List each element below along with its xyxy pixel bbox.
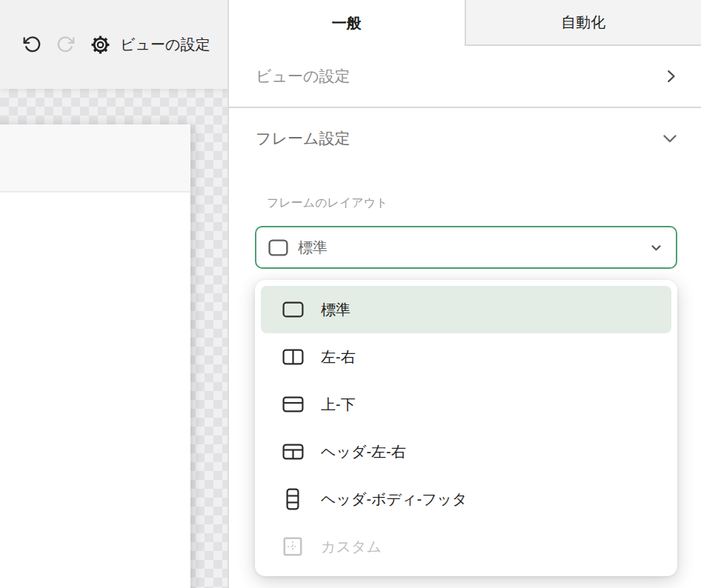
menu-item-header-left-right[interactable]: ヘッダ-左-右 — [261, 428, 671, 475]
layout-standard-icon — [268, 239, 288, 256]
canvas-toolbar: ビューの設定 — [0, 0, 227, 89]
menu-item-header-body-footer[interactable]: ヘッダ-ボディ-フッタ — [261, 475, 671, 523]
layout-top-bottom-icon — [281, 395, 305, 414]
view-settings-toolbar-label: ビューの設定 — [120, 35, 210, 55]
menu-item-label: カスタム — [321, 537, 382, 557]
tab-general[interactable]: 一般 — [229, 0, 465, 46]
frame-layout-select[interactable]: 標準 — [255, 226, 677, 269]
view-settings-button[interactable] — [90, 35, 110, 54]
menu-item-label: ヘッダ-ボディ-フッタ — [321, 490, 468, 510]
frame-layout-label: フレームのレイアウト — [267, 196, 388, 211]
layout-header-left-right-icon — [281, 442, 305, 461]
canvas-area: ビューの設定 — [0, 0, 227, 588]
menu-item-custom: カスタム — [261, 523, 671, 570]
frame-layout-select-value: 標準 — [298, 238, 328, 258]
panel-tabs: 一般 自動化 — [229, 0, 701, 46]
frame-settings-title: フレーム設定 — [256, 128, 350, 149]
gear-icon — [90, 35, 110, 55]
app-frame-preview[interactable] — [0, 124, 190, 588]
frame-settings-header[interactable]: フレーム設定 — [229, 108, 701, 169]
menu-item-label: 標準 — [321, 300, 350, 320]
menu-item-label: 上-下 — [321, 395, 356, 415]
chevron-down-icon — [650, 241, 662, 254]
menu-item-top-bottom[interactable]: 上-下 — [261, 381, 671, 428]
menu-item-label: ヘッダ-左-右 — [321, 442, 406, 462]
layout-standard-icon — [281, 300, 305, 319]
undo-button[interactable] — [22, 35, 41, 54]
app-frame-header — [0, 124, 190, 193]
view-settings-row[interactable]: ビューの設定 — [229, 46, 701, 108]
chevron-right-icon — [662, 68, 679, 84]
tab-general-label: 一般 — [332, 13, 362, 33]
menu-item-standard[interactable]: 標準 — [261, 286, 671, 333]
undo-icon — [22, 35, 41, 54]
layout-left-right-icon — [281, 347, 305, 367]
menu-item-left-right[interactable]: 左-右 — [261, 333, 671, 381]
tab-automation[interactable]: 自動化 — [465, 0, 701, 46]
tab-automation-label: 自動化 — [561, 13, 605, 33]
redo-button[interactable] — [56, 35, 76, 54]
settings-panel: 一般 自動化 ビューの設定 フレーム設定 フレームのレイアウト 標準 — [227, 0, 701, 588]
view-settings-row-label: ビューの設定 — [256, 66, 350, 87]
redo-icon — [56, 35, 76, 54]
layout-header-body-footer-icon — [281, 487, 305, 511]
frame-layout-dropdown: 標準 左-右 上-下 — [255, 280, 677, 576]
chevron-down-icon — [661, 130, 679, 147]
layout-custom-icon — [281, 536, 305, 557]
menu-item-label: 左-右 — [321, 347, 356, 367]
